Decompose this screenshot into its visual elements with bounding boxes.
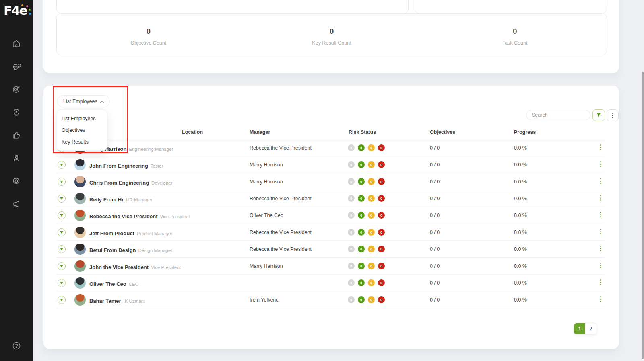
risk-badge-yellow: 0 <box>368 195 375 202</box>
sidebar-item-help[interactable] <box>0 341 33 352</box>
risk-badge-yellow: 0 <box>368 161 375 168</box>
objectives-cell: 0 / 0 <box>430 162 440 168</box>
announcement-icon <box>12 199 21 210</box>
employee-name-cell: John the Vice PresidentVice President <box>89 263 181 271</box>
employee-name[interactable]: John From Engineering <box>89 163 148 169</box>
avatar <box>74 294 86 306</box>
row-actions-button[interactable] <box>599 263 603 268</box>
employee-name[interactable]: Rebecca the Vice President <box>89 213 158 219</box>
employee-manager: Marry Harrison <box>250 162 283 168</box>
table-row: Jeff From ProductProduct Manager Rebecca… <box>56 224 605 241</box>
objectives-cell: 0 / 0 <box>430 246 440 252</box>
sidebar-item-home[interactable] <box>0 33 33 56</box>
top-left-card <box>56 0 409 14</box>
table-row: Reily From HrHR Manager Rebecca the Vice… <box>56 190 605 207</box>
sidebar-item-employees[interactable] <box>0 148 33 170</box>
chevron-down-icon <box>60 299 63 301</box>
risk-badge-green: 0 <box>358 246 365 252</box>
table-row: Rebecca the Vice PresidentVice President… <box>56 207 605 224</box>
view-selector-value: List Employees <box>63 98 97 104</box>
expand-row-button[interactable] <box>58 245 66 253</box>
expand-row-button[interactable] <box>58 262 66 270</box>
pagination-page-2[interactable]: 2 <box>585 323 597 334</box>
logo-text: F4e <box>4 3 27 18</box>
row-actions-button[interactable] <box>599 296 603 302</box>
employee-manager: Oliver The Ceo <box>250 213 283 218</box>
row-actions-button[interactable] <box>599 178 603 184</box>
table-row: John From EngineeringTester Marry Harris… <box>56 156 605 173</box>
sidebar-item-announcements[interactable] <box>0 193 33 216</box>
expand-row-button[interactable] <box>58 195 66 203</box>
objectives-cell: 0 / 0 <box>430 263 440 269</box>
row-actions-button[interactable] <box>599 229 603 234</box>
employee-name[interactable]: Betul From Design <box>89 247 136 253</box>
view-selector-button[interactable]: List Employees <box>57 95 110 107</box>
employee-name[interactable]: Chris From Engineering <box>89 180 149 186</box>
header-location: Location <box>182 129 203 135</box>
employee-name[interactable]: John the Vice President <box>89 264 149 270</box>
table-header-row: Location Manager Risk Status Objectives … <box>56 128 605 139</box>
expand-row-button[interactable] <box>58 279 66 287</box>
expand-row-button[interactable] <box>58 178 66 186</box>
risk-badge-green: 0 <box>358 178 365 185</box>
expand-row-button[interactable] <box>58 296 66 304</box>
row-actions-button[interactable] <box>599 195 603 201</box>
employee-manager: Rebecca the Vice President <box>250 230 312 235</box>
row-actions-button[interactable] <box>599 161 603 167</box>
sidebar-item-recognition[interactable] <box>0 125 33 148</box>
avatar <box>74 193 86 204</box>
risk-badge-green: 0 <box>358 229 365 236</box>
risk-badge-green: 0 <box>358 144 365 151</box>
row-actions-button[interactable] <box>599 279 603 285</box>
risk-badges: 0 0 0 0 <box>348 263 385 269</box>
risk-badge-red: 0 <box>378 195 385 202</box>
table-more-options-button[interactable] <box>607 109 619 121</box>
employee-name-cell: Rebecca the Vice PresidentVice President <box>89 213 190 220</box>
expand-row-button[interactable] <box>58 161 66 169</box>
expand-row-button[interactable] <box>58 228 66 236</box>
row-actions-button[interactable] <box>599 246 603 251</box>
employee-name[interactable]: Bahar Tamer <box>89 298 121 304</box>
sidebar-item-settings[interactable] <box>0 170 33 193</box>
table-row: Marry HarrisonEngineering Manager Rebecc… <box>56 139 605 156</box>
employee-name[interactable]: Reily From Hr <box>89 197 124 203</box>
help-icon <box>12 341 21 352</box>
risk-badges: 0 0 0 0 <box>348 279 385 286</box>
chevron-down-icon <box>60 282 63 284</box>
search-input[interactable] <box>532 112 597 118</box>
chevron-down-icon <box>60 265 63 267</box>
header-risk-status: Risk Status <box>349 129 376 135</box>
risk-badge-gray: 0 <box>348 296 355 303</box>
logo-dot-pink <box>26 5 28 7</box>
employee-role: Vice President <box>160 214 190 219</box>
row-actions-button[interactable] <box>599 212 603 217</box>
dropdown-option-objectives[interactable]: Objectives <box>57 124 107 136</box>
filter-button[interactable] <box>592 109 605 121</box>
stat-value: 0 <box>513 27 517 36</box>
vertical-scrollbar[interactable] <box>642 72 644 359</box>
employee-manager: İrem Yelkenci <box>250 297 279 303</box>
sidebar-item-ideas[interactable] <box>0 102 33 125</box>
sidebar-item-objectives[interactable] <box>0 79 33 102</box>
dropdown-option-key-results[interactable]: Key Results <box>57 136 107 148</box>
dropdown-option-list-employees[interactable]: List Employees <box>57 113 107 124</box>
employee-name[interactable]: Jeff From Product <box>89 230 134 236</box>
row-actions-button[interactable] <box>599 144 603 150</box>
avatar <box>74 277 86 289</box>
sidebar-item-conversations[interactable] <box>0 56 33 79</box>
pagination: « 1 2 » <box>574 323 597 335</box>
expand-row-button[interactable] <box>58 211 66 219</box>
app-logo[interactable]: F4e <box>4 3 32 22</box>
pagination-page-1[interactable]: 1 <box>574 323 585 334</box>
chevron-down-icon <box>60 214 63 217</box>
employee-table-body: Marry HarrisonEngineering Manager Rebecc… <box>56 139 605 308</box>
risk-badge-gray: 0 <box>348 144 355 151</box>
stat-task-count: 0 Task Count <box>423 14 607 55</box>
chevron-down-icon <box>60 164 63 166</box>
summary-section: ● 0 Objective Count 0 Key Result Count 0… <box>43 0 619 73</box>
chat-icon <box>12 62 21 73</box>
employees-table: Location Manager Risk Status Objectives … <box>56 128 605 308</box>
top-right-card: ● <box>415 0 607 14</box>
employee-name[interactable]: Oliver The Ceo <box>89 281 126 287</box>
avatar <box>74 176 86 187</box>
